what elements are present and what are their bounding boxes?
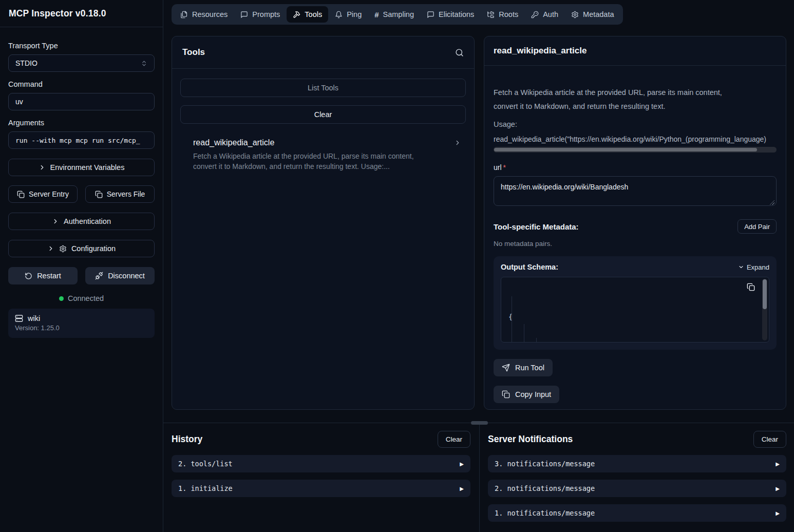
notification-item[interactable]: 2. notifications/message ▶ — [488, 480, 786, 497]
disconnect-button[interactable]: Disconnect — [85, 267, 155, 284]
tool-detail-panel: read_wikipedia_article Fetch a Wikipedia… — [484, 36, 786, 410]
schema-scrollbar-thumb[interactable] — [763, 279, 767, 309]
connection-status-label: Connected — [68, 294, 104, 302]
tool-list-item[interactable]: read_wikipedia_article Fetch a Wikipedia… — [180, 138, 466, 172]
play-icon: ▶ — [776, 461, 780, 467]
command-label: Command — [8, 80, 155, 88]
send-icon — [502, 364, 510, 372]
schema-code-block: { type: "object" properties: { result: {… — [501, 277, 769, 343]
output-schema-section: Output Schema: Expand { type: "object" p… — [494, 256, 777, 350]
app-title: MCP Inspector v0.18.0 — [9, 8, 106, 19]
list-tools-button[interactable]: List Tools — [180, 79, 466, 97]
chevron-right-icon — [454, 139, 461, 146]
chevron-right-icon — [39, 164, 46, 171]
environment-variables-button[interactable]: Environment Variables — [8, 159, 155, 176]
transport-type-label: Transport Type — [8, 42, 155, 50]
copy-input-button[interactable]: Copy Input — [494, 386, 559, 403]
restart-button[interactable]: Restart — [8, 267, 78, 284]
gear-icon — [571, 11, 579, 18]
top-nav: Resources Prompts Tools Ping # Sampling … — [172, 4, 623, 25]
notification-item[interactable]: 3. notifications/message ▶ — [488, 455, 786, 472]
history-item[interactable]: 1. initialize ▶ — [172, 480, 470, 497]
bell-icon — [335, 11, 343, 18]
restart-icon — [25, 272, 32, 280]
tab-tools[interactable]: Tools — [287, 6, 328, 23]
tab-resources[interactable]: Resources — [174, 6, 234, 23]
transport-type-select[interactable]: STDIO — [8, 54, 155, 72]
tab-metadata[interactable]: Metadata — [565, 6, 620, 23]
metadata-label: Tool-specific Metadata: — [494, 222, 579, 231]
hash-icon: # — [374, 10, 379, 19]
expand-schema-button[interactable]: Expand — [738, 263, 769, 271]
usage-scrollbar-thumb[interactable] — [494, 148, 757, 151]
search-icon[interactable] — [455, 48, 464, 57]
add-pair-button[interactable]: Add Pair — [738, 219, 777, 234]
vertical-divider — [479, 423, 480, 532]
usage-code: read_wikipedia_article("https://en.wikip… — [494, 135, 777, 143]
usage-horizontal-scrollbar[interactable] — [494, 147, 777, 153]
server-entry-button[interactable]: Server Entry — [8, 185, 78, 203]
server-notifications-panel: Server Notifications Clear 3. notificati… — [488, 430, 786, 522]
message-square-icon — [427, 11, 434, 18]
command-input[interactable] — [8, 93, 155, 110]
tool-description: Fetch a Wikipedia article at the provide… — [494, 86, 777, 113]
history-panel: History Clear 2. tools/list ▶ 1. initial… — [172, 430, 470, 497]
required-asterisk: * — [503, 163, 506, 172]
server-info-card: wiki Version: 1.25.0 — [8, 309, 155, 338]
key-icon — [531, 11, 539, 18]
tools-panel: Tools List Tools Clear read_wikipedia_ar… — [172, 36, 475, 410]
copy-icon — [17, 191, 25, 198]
no-metadata-text: No metadata pairs. — [494, 240, 777, 248]
usage-label: Usage: — [494, 120, 777, 128]
hammer-icon — [293, 11, 300, 18]
output-schema-label: Output Schema: — [501, 263, 558, 271]
unplug-icon — [95, 272, 103, 280]
url-input[interactable]: https://en.wikipedia.org/wiki/Bangladesh — [494, 176, 777, 206]
tool-item-description: Fetch a Wikipedia article at the provide… — [193, 151, 461, 172]
play-icon: ▶ — [776, 510, 780, 516]
gear-icon — [59, 245, 67, 253]
run-tool-button[interactable]: Run Tool — [494, 359, 553, 376]
schema-vertical-scrollbar[interactable] — [762, 279, 767, 340]
connected-dot-icon — [59, 296, 64, 301]
tab-prompts[interactable]: Prompts — [234, 6, 286, 23]
copy-schema-icon[interactable] — [747, 283, 755, 291]
notification-item[interactable]: 1. notifications/message ▶ — [488, 504, 786, 522]
servers-file-button[interactable]: Servers File — [85, 185, 155, 203]
chevron-right-icon — [47, 245, 54, 252]
clear-notifications-button[interactable]: Clear — [753, 431, 786, 448]
transport-type-value: STDIO — [15, 59, 37, 67]
copy-icon — [95, 191, 103, 198]
indent-guide — [512, 296, 512, 342]
panel-resize-handle[interactable] — [471, 421, 488, 425]
tab-sampling[interactable]: # Sampling — [368, 6, 420, 23]
tool-item-name: read_wikipedia_article — [193, 138, 274, 147]
arguments-label: Arguments — [8, 119, 155, 127]
configuration-button[interactable]: Configuration — [8, 240, 155, 257]
history-title: History — [172, 434, 202, 445]
files-icon — [180, 11, 188, 18]
message-square-icon — [240, 11, 248, 18]
tab-elicitations[interactable]: Elicitations — [421, 6, 480, 23]
copy-icon — [502, 390, 510, 398]
history-item[interactable]: 2. tools/list ▶ — [172, 455, 470, 472]
clear-history-button[interactable]: Clear — [438, 431, 470, 448]
play-icon: ▶ — [460, 486, 464, 491]
schema-code-line: { — [508, 310, 762, 324]
notifications-title: Server Notifications — [488, 434, 573, 445]
folder-tree-icon — [487, 11, 495, 18]
tab-ping[interactable]: Ping — [329, 6, 368, 23]
tools-panel-title: Tools — [182, 47, 205, 58]
server-version: Version: 1.25.0 — [15, 324, 148, 332]
server-name: wiki — [28, 314, 40, 322]
clear-tools-button[interactable]: Clear — [180, 105, 466, 124]
indent-guide — [536, 338, 537, 342]
authentication-button[interactable]: Authentication — [8, 213, 155, 230]
chevron-down-icon — [738, 264, 744, 270]
arguments-input[interactable] — [8, 131, 155, 149]
play-icon: ▶ — [460, 461, 464, 467]
tab-roots[interactable]: Roots — [481, 6, 524, 23]
url-field-label: url* — [494, 163, 777, 172]
tab-auth[interactable]: Auth — [525, 6, 564, 23]
chevrons-up-down-icon — [141, 60, 147, 67]
